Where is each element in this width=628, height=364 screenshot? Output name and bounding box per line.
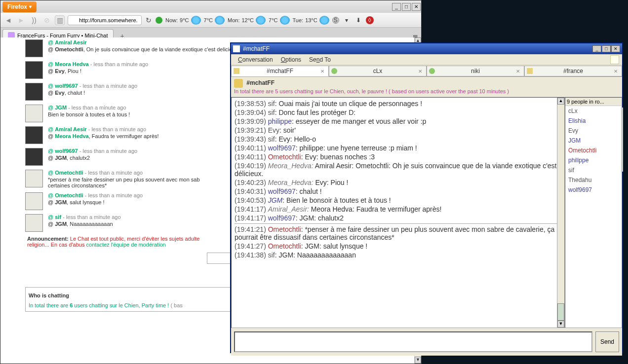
url-bar[interactable]: http://forum.somewhere. [68,15,142,25]
popout-icon[interactable] [610,79,619,88]
message-text: : JGM: Naaaaaaaaaaaaan [275,251,356,259]
stumble-icon[interactable]: S [332,17,339,24]
weather-cloud-icon [319,16,329,25]
scroll-up-icon[interactable]: ▲ [557,98,564,105]
nick[interactable]: sif [268,251,275,259]
nick[interactable]: wolf9697 [268,144,296,152]
help-icon[interactable] [610,55,619,64]
userlist-item[interactable]: wolf9697 [565,185,622,195]
nick[interactable]: philippe [268,117,292,125]
chat-tab[interactable]: #mchatFF✕ [231,66,329,76]
author-link[interactable]: JGM [55,105,67,110]
room-topic: In total there are 5 users chatting sur … [234,88,509,94]
userlist-item[interactable]: Thedahu [565,175,622,185]
author-link[interactable]: Amiral Aesir [55,126,86,132]
reload-button[interactable]: ↻ [145,15,153,25]
author-link[interactable]: sif [55,214,61,220]
chat-message-line: (19:40:31) wolf9697: chalut ! [235,187,561,196]
mention: JGM [55,155,67,161]
chat-maximize-button[interactable]: □ [602,45,611,52]
weather-3: 7°C [269,16,289,25]
menu-options[interactable]: Options [277,56,305,63]
readability-icon[interactable]: ▥ [55,15,65,25]
chat-tab[interactable]: cLx✕ [329,66,427,76]
nick[interactable]: Evy [268,126,279,134]
messages-scrollbar[interactable]: ▲ ▼ [557,98,564,328]
minimize-button[interactable]: _ [392,3,401,11]
moderation-link[interactable]: contactez l'équipe de modération [86,242,166,248]
userlist-scrollbar[interactable] [621,108,623,172]
author-link[interactable]: Ometochtli [55,192,83,198]
tab-close-icon[interactable]: ✕ [320,69,326,74]
chat-minimize-button[interactable]: _ [592,45,601,52]
tab-label: niki [437,68,514,74]
firefox-menu-button[interactable]: Firefox [2,1,37,12]
message-time: - less than a minute ago [61,214,120,220]
rss-icon[interactable]: )) [29,15,39,25]
scroll-down-icon[interactable]: ▼ [557,321,564,328]
chat-titlebar[interactable]: #mchatFF _ □ ✕ [231,43,622,54]
nick[interactable]: sif [268,135,275,143]
chat-tab[interactable]: #france✕ [524,66,622,76]
scroll-thumb[interactable] [557,303,564,321]
chat-message-line: (19:39:04) sif: Donc faut les protéger D… [235,108,561,117]
nick[interactable]: wolf9697 [268,214,296,222]
userlist-item[interactable]: Elishia [565,116,622,126]
author-link[interactable]: Meora Hedva [55,61,88,67]
nick[interactable]: sif [268,100,275,108]
author-link[interactable]: wolf9697 [55,148,78,154]
nick[interactable]: JGM [268,196,283,204]
chat-message-input[interactable] [234,331,592,352]
stumble-dropdown-icon[interactable]: ▾ [342,16,351,25]
nick[interactable]: Ometochtli [268,225,301,233]
message-text: : esseyer de me manger et vous aller voi… [292,117,426,125]
nick[interactable]: Meora_Hedva: [268,162,314,170]
firefox-titlebar[interactable]: Firefox _ □ ✕ [0,0,421,13]
nick[interactable]: Ometochtli [268,242,301,250]
room-name: #mchatFF [246,79,275,86]
userlist-item[interactable]: philippe [565,155,622,165]
userlist-item[interactable]: JGM [565,136,622,146]
back-button[interactable]: ◄ [3,15,13,25]
close-button[interactable]: ✕ [412,3,421,11]
userlist-item[interactable]: Ometochtli [565,146,622,155]
nick[interactable]: Ometochtli [268,153,301,161]
user-icon [331,68,337,74]
adblock-icon[interactable]: ◊ [366,16,374,24]
menu-conversation[interactable]: Conversation [234,56,277,63]
nick[interactable]: wolf9697 [268,187,296,195]
tab-close-icon[interactable]: ✕ [614,69,620,74]
nick[interactable]: Meora_Hedva: [268,179,314,186]
announcement-text2: religion... En cas d'abus [27,242,86,248]
author-link[interactable]: wolf9697 [55,83,78,89]
maximize-button[interactable]: □ [402,3,411,11]
at-icon: @ [48,155,55,161]
message-text: Meora Hedva: Faudra te vermifuger après! [309,205,441,213]
nick[interactable]: Amiral_Aesir: [268,205,309,213]
author-link[interactable]: Ometochtli [55,170,83,176]
chat-message-line: (19:40:53) JGM: Bien le bonsoir à toutes… [235,196,561,205]
message-text: : JGM: chalutx2 [296,214,344,222]
author-link[interactable]: Amiral Aesir [55,39,86,45]
userlist-item[interactable]: Evy [565,126,622,136]
tab-close-icon[interactable]: ✕ [516,69,522,74]
announcement-text: Le Chat est tout public, merci d'éviter … [70,236,200,242]
chat-message-line: (19:41:17) Amiral_Aesir: Meora Hedva: Fa… [235,205,561,214]
user-list-pane: 9 people in ro... cLxElishiaEvyJGMOmetoc… [565,97,622,328]
forward-button[interactable]: ► [16,15,26,25]
message-text: : Evy: buenas noches :3 [301,153,375,161]
stop-button[interactable]: ⊘ [42,15,52,25]
chat-tab[interactable]: niki✕ [427,66,524,76]
download-icon[interactable]: ⬇ [354,16,363,25]
userlist-item[interactable]: cLx [565,106,622,116]
chat-close-button[interactable]: ✕ [611,45,620,52]
nick[interactable]: sif [268,109,275,116]
userlist-item[interactable]: sif [565,165,622,175]
scroll-down-icon[interactable]: ▼ [415,357,421,364]
chat-send-button[interactable]: Send [595,331,619,352]
tab-close-icon[interactable]: ✕ [418,69,424,74]
message-time: - less than a minute ago [83,170,143,176]
weather-1: 7°C [204,16,225,25]
message-text: : Ouai mais j'ai toute un clique de pers… [275,100,422,108]
menu-sendto[interactable]: Send To [305,56,335,63]
